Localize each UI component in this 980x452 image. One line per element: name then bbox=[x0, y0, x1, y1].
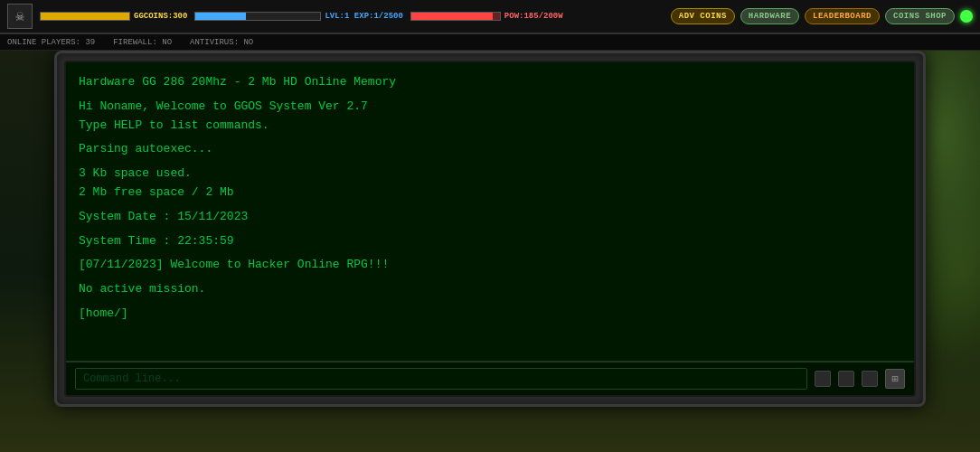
hud-info-bar: ONLINE PLAYERS: 39 FIREWALL: NO ANTIVIRU… bbox=[0, 34, 980, 51]
terminal-line: No active mission. bbox=[79, 280, 901, 299]
exp-bar-fill bbox=[195, 13, 245, 20]
term-btn-expand[interactable]: ⊞ bbox=[885, 369, 905, 389]
terminal-line: [home/] bbox=[79, 305, 901, 324]
terminal-line: Hardware GG 286 20Mhz - 2 Mb HD Online M… bbox=[79, 73, 901, 92]
terminal-line: Hi Noname, Welcome to GGOS System Ver 2.… bbox=[79, 98, 901, 117]
terminal-line: System Date : 15/11/2023 bbox=[79, 208, 901, 227]
exp-bar bbox=[194, 12, 321, 21]
pow-bar bbox=[410, 12, 501, 21]
terminal-line: [07/11/2023] Welcome to Hacker Online RP… bbox=[79, 256, 901, 275]
terminal-line: 2 Mb free space / 2 Mb bbox=[79, 184, 901, 202]
leaderboard-button[interactable]: LEADERBOARD bbox=[805, 8, 880, 24]
pow-group: POW:185/200W bbox=[410, 12, 563, 21]
coins-bar bbox=[40, 12, 130, 21]
coins-shop-button[interactable]: COINS SHOP bbox=[885, 8, 955, 24]
avatar: ☠ bbox=[7, 4, 33, 29]
monitor-wrapper: Hardware GG 286 20Mhz - 2 Mb HD Online M… bbox=[54, 51, 926, 407]
hardware-button[interactable]: HARDWARE bbox=[740, 8, 799, 24]
antivirus-status: ANTIVIRUS: NO bbox=[190, 38, 253, 47]
terminal-line: Type HELP to list commands. bbox=[79, 117, 901, 136]
hud-bar: ☠ GGCOINS:300 LVL:1 EXP:1/2500 POW:185/2… bbox=[0, 0, 980, 34]
monitor-inner: Hardware GG 286 20Mhz - 2 Mb HD Online M… bbox=[64, 61, 916, 397]
pow-value: POW:185/200W bbox=[504, 12, 563, 21]
coins-bar-fill bbox=[41, 13, 129, 20]
terminal-line: System Time : 22:35:59 bbox=[79, 232, 901, 251]
coins-group: GGCOINS:300 bbox=[40, 12, 187, 21]
online-players: ONLINE PLAYERS: 39 bbox=[7, 38, 95, 47]
terminal-line: 3 Kb space used. bbox=[79, 165, 901, 184]
adv-coins-button[interactable]: ADV COINS bbox=[671, 8, 735, 24]
monitor-outer: Hardware GG 286 20Mhz - 2 Mb HD Online M… bbox=[54, 51, 926, 407]
firewall-status: FIREWALL: NO bbox=[113, 38, 172, 47]
exp-group: LVL:1 EXP:1/2500 bbox=[194, 12, 402, 21]
term-btn-3[interactable] bbox=[862, 371, 878, 387]
online-indicator bbox=[960, 10, 973, 23]
terminal-line: Parsing autoexec... bbox=[79, 140, 901, 159]
hud-right-buttons: ADV COINS HARDWARE LEADERBOARD COINS SHO… bbox=[671, 8, 973, 24]
pow-bar-fill bbox=[411, 13, 493, 20]
terminal-output: Hardware GG 286 20Mhz - 2 Mb HD Online M… bbox=[66, 62, 914, 361]
term-btn-2[interactable] bbox=[838, 371, 854, 387]
term-btn-1[interactable] bbox=[815, 371, 831, 387]
terminal-input-bar: ⊞ bbox=[66, 361, 914, 395]
command-input[interactable] bbox=[75, 368, 807, 390]
coins-value: GGCOINS:300 bbox=[134, 12, 187, 21]
exp-value: LVL:1 EXP:1/2500 bbox=[325, 12, 402, 21]
